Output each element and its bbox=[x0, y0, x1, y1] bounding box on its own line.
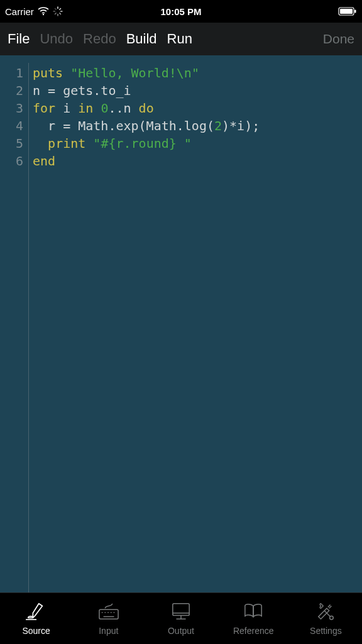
source-icon bbox=[25, 601, 48, 623]
svg-line-6 bbox=[55, 13, 56, 14]
status-time: 10:05 PM bbox=[160, 6, 201, 17]
svg-point-25 bbox=[330, 616, 334, 620]
tab-label: Output bbox=[168, 626, 194, 636]
tab-reference[interactable]: Reference bbox=[217, 593, 290, 644]
file-menu[interactable]: File bbox=[8, 31, 30, 47]
status-bar: Carrier bbox=[0, 0, 362, 23]
build-button[interactable]: Build bbox=[126, 31, 157, 47]
tab-settings[interactable]: Settings bbox=[290, 593, 362, 644]
tab-output[interactable]: Output bbox=[145, 593, 217, 644]
tab-label: Settings bbox=[310, 626, 342, 636]
svg-point-0 bbox=[43, 14, 44, 15]
svg-line-4 bbox=[60, 13, 61, 14]
wifi-icon bbox=[38, 7, 49, 16]
svg-rect-20 bbox=[173, 604, 189, 616]
code-editor[interactable]: 123456 puts "Hello, World!\n"n = gets.to… bbox=[0, 55, 362, 592]
line-gutter: 123456 bbox=[0, 63, 29, 592]
code-line[interactable]: end bbox=[33, 152, 260, 170]
svg-line-8 bbox=[55, 9, 56, 10]
tab-source[interactable]: Source bbox=[0, 593, 72, 644]
code-line[interactable]: n = gets.to_i bbox=[33, 82, 260, 99]
tools-icon bbox=[314, 601, 337, 623]
line-number: 1 bbox=[0, 64, 23, 82]
svg-rect-11 bbox=[354, 10, 356, 13]
status-right bbox=[338, 7, 357, 16]
svg-line-2 bbox=[60, 9, 61, 10]
loading-spinner-icon bbox=[53, 6, 63, 16]
tab-bar: Source Input Output bbox=[0, 592, 362, 644]
svg-rect-10 bbox=[340, 9, 353, 14]
code-area[interactable]: puts "Hello, World!\n"n = gets.to_ifor i… bbox=[29, 63, 260, 592]
monitor-icon bbox=[169, 601, 193, 623]
line-number: 2 bbox=[0, 82, 23, 99]
svg-rect-13 bbox=[99, 609, 118, 619]
code-line[interactable]: puts "Hello, World!\n" bbox=[33, 64, 260, 82]
book-icon bbox=[241, 601, 265, 623]
code-line[interactable]: for i in 0..n do bbox=[33, 99, 260, 117]
line-number: 4 bbox=[0, 117, 23, 135]
line-number: 3 bbox=[0, 99, 23, 117]
status-left: Carrier bbox=[5, 6, 63, 17]
tab-label: Input bbox=[99, 626, 118, 636]
line-number: 6 bbox=[0, 152, 23, 170]
code-line[interactable]: r = Math.exp(Math.log(2)*i); bbox=[33, 117, 260, 135]
line-number: 5 bbox=[0, 135, 23, 152]
done-button[interactable]: Done bbox=[323, 31, 354, 47]
toolbar: File Undo Redo Build Run Done bbox=[0, 23, 362, 55]
carrier-label: Carrier bbox=[5, 6, 34, 17]
run-button[interactable]: Run bbox=[167, 31, 192, 47]
tab-label: Reference bbox=[233, 626, 274, 636]
undo-button[interactable]: Undo bbox=[40, 31, 73, 47]
tab-input[interactable]: Input bbox=[72, 593, 145, 644]
redo-button[interactable]: Redo bbox=[83, 31, 116, 47]
tab-label: Source bbox=[22, 626, 50, 636]
battery-icon bbox=[338, 7, 357, 16]
keyboard-icon bbox=[97, 601, 121, 623]
code-line[interactable]: print "#{r.round} " bbox=[33, 135, 260, 152]
